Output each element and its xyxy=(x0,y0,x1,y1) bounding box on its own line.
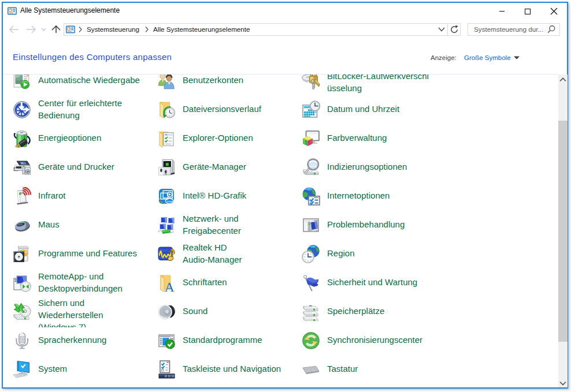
svg-text:intel: intel xyxy=(167,199,173,203)
svg-text:A: A xyxy=(165,279,175,292)
